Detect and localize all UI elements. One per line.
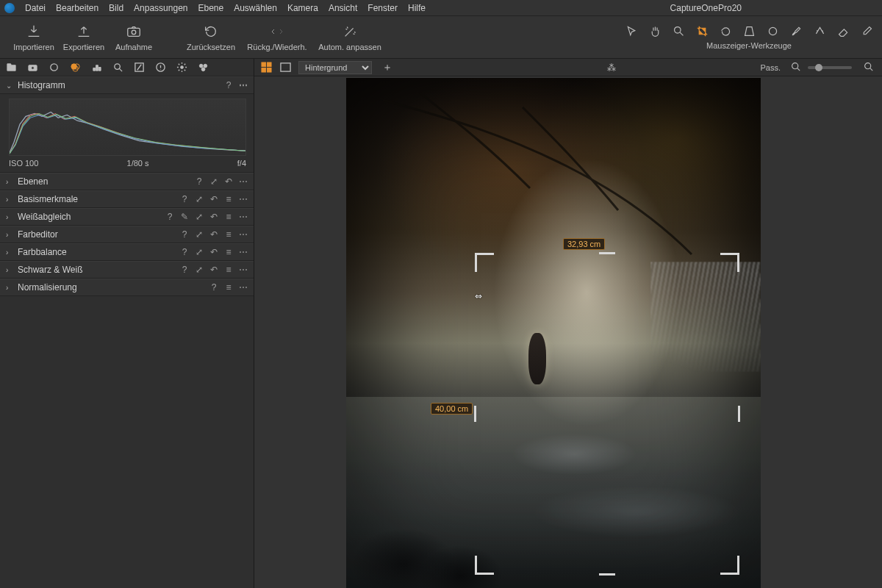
panel-action-icon[interactable]: ⤢ (195, 230, 204, 239)
tab-meta-icon[interactable] (155, 62, 166, 73)
panel-action-icon[interactable]: ↶ (209, 248, 218, 257)
panel-action-icon[interactable]: ? (209, 283, 218, 292)
tool-crop[interactable] (695, 25, 709, 38)
tool-keystone[interactable] (742, 25, 756, 38)
tab-lens-icon[interactable] (49, 62, 60, 73)
tab-output-icon[interactable] (176, 62, 187, 73)
tab-batch-icon[interactable] (198, 62, 209, 73)
panel-action-icon[interactable]: ≡ (224, 195, 233, 204)
menu-select[interactable]: Auswählen (234, 3, 277, 13)
panel-header-histogram[interactable]: ⌄ Histogramm ? ⋯ (0, 76, 254, 94)
crop-handle-bottom[interactable] (599, 573, 615, 576)
crop-handle-left[interactable] (474, 406, 476, 422)
panel-action-icon[interactable]: ⋯ (239, 195, 248, 204)
panel-action-icon[interactable]: ⋯ (239, 230, 248, 239)
panel-action-icon[interactable]: ? (195, 177, 204, 186)
zoom-out-icon[interactable] (791, 62, 800, 74)
svg-point-2 (674, 27, 681, 34)
tab-adjust-icon[interactable] (134, 62, 145, 73)
panel-header[interactable]: › Farbeditor ?⤢↶≡⋯ (0, 226, 254, 243)
tool-rotate[interactable] (719, 25, 732, 38)
add-layer-button[interactable]: ＋ (379, 61, 395, 74)
menu-adjust[interactable]: Anpassungen (134, 3, 187, 13)
crop-handle-tl[interactable] (475, 253, 494, 272)
panel-action-icon[interactable]: ⋯ (239, 283, 248, 292)
panel-action-icon[interactable]: ≡ (224, 248, 233, 257)
panel-header[interactable]: › Ebenen ?⤢↶⋯ (0, 173, 254, 190)
crop-handle-br[interactable] (720, 556, 739, 575)
tool-heal[interactable] (813, 25, 826, 38)
menu-file[interactable]: Datei (25, 3, 46, 13)
toolbar-export[interactable]: Exportieren (59, 24, 109, 51)
panel-action-icon[interactable]: ✎ (180, 212, 189, 221)
tool-pan[interactable] (648, 25, 662, 38)
view-grid-icon[interactable] (260, 62, 272, 74)
panel-action-icon[interactable]: ⤢ (195, 265, 204, 274)
panel-action-icon[interactable]: ≡ (224, 265, 233, 274)
panel-action-icon[interactable]: ≡ (224, 212, 233, 221)
panel-header[interactable]: › Basismerkmale ?⤢↶≡⋯ (0, 190, 254, 208)
toolbar-capture[interactable]: Aufnahme (109, 24, 159, 51)
crop-handle-tr[interactable] (720, 253, 739, 272)
toolbar-undo-redo[interactable]: Rückg./Wiederh. (243, 24, 312, 51)
menu-help[interactable]: Hilfe (408, 3, 426, 13)
tool-brush[interactable] (789, 25, 803, 38)
panel-header[interactable]: › Schwarz & Weiß ?⤢↶≡⋯ (0, 261, 254, 279)
panel-action-icon[interactable]: ≡ (224, 283, 233, 292)
help-icon[interactable]: ? (224, 81, 233, 90)
menu-layer[interactable]: Ebene (198, 3, 223, 13)
tool-select[interactable] (625, 25, 638, 38)
crop-handle-top[interactable] (599, 252, 615, 254)
svg-rect-17 (261, 62, 265, 67)
panel-action-icon[interactable]: ↶ (224, 177, 233, 186)
view-single-icon[interactable] (279, 62, 291, 74)
more-icon[interactable]: ⋯ (239, 81, 248, 90)
crop-overlay[interactable] (475, 253, 739, 575)
menu-window[interactable]: Fenster (368, 3, 398, 13)
panel-action-icon[interactable]: ⤢ (195, 195, 204, 204)
svg-point-16 (201, 68, 205, 71)
toolbar-auto-adjust[interactable]: Autom. anpassen (312, 24, 388, 51)
panel-action-icon[interactable]: ⤢ (209, 177, 218, 186)
panel-header[interactable]: › Weißabgleich ?✎⤢↶≡⋯ (0, 208, 254, 226)
panel-action-icon[interactable]: ⋯ (239, 265, 248, 274)
panel-action-icon[interactable]: ↶ (209, 195, 218, 204)
crop-handle-right[interactable] (738, 406, 740, 422)
tab-library-icon[interactable] (6, 62, 17, 73)
toolbar-import[interactable]: Importieren (9, 24, 59, 51)
panel-action-icon[interactable]: ≡ (224, 230, 233, 239)
tab-details-icon[interactable] (112, 62, 123, 73)
menu-image[interactable]: Bild (109, 3, 123, 13)
panel-action-icon[interactable]: ⤢ (195, 212, 204, 221)
tool-spot[interactable] (766, 25, 779, 38)
layer-dropdown[interactable]: Hintergrund (298, 61, 372, 74)
panel-action-icon[interactable]: ? (180, 230, 189, 239)
tab-exposure-icon[interactable] (91, 62, 102, 73)
zoom-in-icon[interactable] (864, 62, 873, 74)
panel-action-icon[interactable]: ⋯ (239, 248, 248, 257)
panel-action-icon[interactable]: ? (180, 248, 189, 257)
panel-action-icon[interactable]: ? (180, 265, 189, 274)
panel-action-icon[interactable]: ⋯ (239, 212, 248, 221)
panel-action-icon[interactable]: ↶ (209, 212, 218, 221)
tab-capture-icon[interactable] (27, 62, 38, 73)
menu-edit[interactable]: Bearbeiten (56, 3, 98, 13)
viewer-canvas[interactable]: 32,93 cm 40,00 cm ⇔ (254, 76, 882, 588)
zoom-slider[interactable] (808, 66, 852, 69)
panel-action-icon[interactable]: ↶ (209, 265, 218, 274)
tab-color-icon[interactable] (70, 62, 81, 73)
tool-picker[interactable] (860, 25, 873, 38)
panel-action-icon[interactable]: ⋯ (239, 177, 248, 186)
toolbar-reset[interactable]: Zurücksetzen (179, 24, 243, 51)
panel-action-icon[interactable]: ? (180, 195, 189, 204)
panel-header[interactable]: › Farbbalance ?⤢↶≡⋯ (0, 243, 254, 261)
menu-view[interactable]: Ansicht (329, 3, 357, 13)
panel-action-icon[interactable]: ↶ (209, 230, 218, 239)
tool-erase[interactable] (836, 25, 850, 38)
tool-zoom[interactable] (672, 25, 685, 38)
panel-action-icon[interactable]: ⤢ (195, 248, 204, 257)
panel-header[interactable]: › Normalisierung ?≡⋯ (0, 279, 254, 296)
panel-action-icon[interactable]: ? (165, 212, 174, 221)
crop-handle-bl[interactable] (475, 556, 494, 575)
menu-camera[interactable]: Kamera (287, 3, 318, 13)
